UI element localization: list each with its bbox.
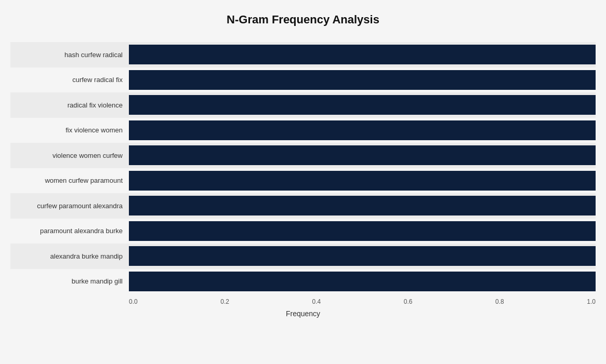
bar-fill: [129, 45, 596, 64]
bar-track: [129, 193, 596, 219]
x-tick-label: 0.6: [404, 298, 413, 305]
bar-label: curfew paramount alexandra: [10, 202, 129, 210]
bar-fill: [129, 145, 596, 165]
bar-label: fix violence women: [10, 126, 129, 134]
bar-track: [129, 143, 596, 168]
bar-row: violence women curfew: [10, 143, 596, 168]
bar-row: alexandra burke mandip: [10, 244, 596, 269]
bar-row: curfew radical fix: [10, 68, 596, 93]
bar-fill: [129, 272, 596, 291]
bar-fill: [129, 171, 596, 191]
x-tick-label: 0.8: [495, 298, 504, 305]
bar-row: radical fix violence: [10, 92, 596, 118]
bars-section: hash curfew radicalcurfew radical fixrad…: [10, 42, 596, 294]
bar-track: [129, 68, 596, 93]
bar-track: [129, 219, 596, 244]
bar-label: violence women curfew: [10, 152, 129, 159]
x-axis: 0.00.20.40.60.81.0: [129, 298, 596, 305]
bar-track: [129, 118, 596, 143]
bar-row: hash curfew radical: [10, 42, 596, 68]
bar-fill: [129, 221, 596, 241]
bar-fill: [129, 246, 596, 266]
bar-label: paramount alexandra burke: [10, 227, 129, 235]
bar-row: curfew paramount alexandra: [10, 193, 596, 219]
bar-fill: [129, 70, 596, 90]
chart-title: N-Gram Frequency Analysis: [10, 10, 596, 26]
bar-fill: [129, 95, 596, 115]
x-axis-title: Frequency: [10, 309, 596, 318]
bar-label: curfew radical fix: [10, 76, 129, 84]
x-tick-label: 1.0: [587, 298, 596, 305]
chart-area: hash curfew radicalcurfew radical fixrad…: [10, 42, 596, 318]
bar-fill: [129, 196, 596, 215]
bar-label: women curfew paramount: [10, 177, 129, 184]
bar-row: women curfew paramount: [10, 168, 596, 194]
x-tick-label: 0.0: [129, 298, 138, 305]
bar-label: radical fix violence: [10, 101, 129, 109]
bar-track: [129, 168, 596, 194]
bar-track: [129, 269, 596, 294]
x-tick-label: 0.2: [220, 298, 229, 305]
bar-fill: [129, 120, 596, 140]
bar-track: [129, 92, 596, 118]
bar-label: alexandra burke mandip: [10, 252, 129, 260]
bar-label: burke mandip gill: [10, 277, 129, 285]
bar-label: hash curfew radical: [10, 51, 129, 59]
bar-row: burke mandip gill: [10, 269, 596, 294]
bar-track: [129, 244, 596, 269]
x-axis-labels: 0.00.20.40.60.81.0: [129, 298, 596, 305]
chart-container: N-Gram Frequency Analysis hash curfew ra…: [0, 0, 606, 364]
bar-row: fix violence women: [10, 118, 596, 143]
bar-track: [129, 42, 596, 68]
x-tick-label: 0.4: [312, 298, 321, 305]
bar-row: paramount alexandra burke: [10, 219, 596, 244]
